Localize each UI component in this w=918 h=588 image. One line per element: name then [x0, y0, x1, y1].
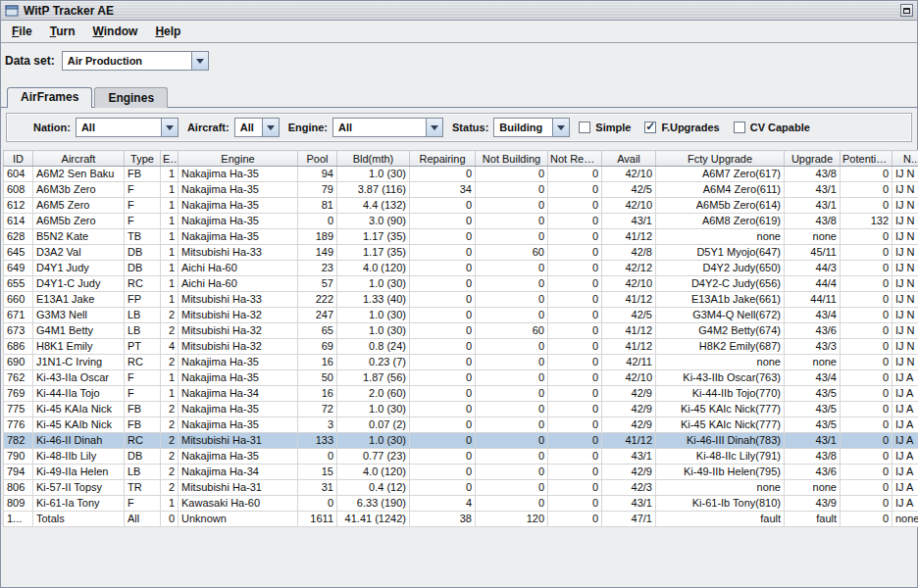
- table-cell[interactable]: Nakajima Ha-35: [178, 417, 298, 433]
- table-cell[interactable]: none: [785, 355, 841, 370]
- table-cell[interactable]: 1: [161, 182, 178, 198]
- table-cell[interactable]: 0: [298, 449, 337, 465]
- table-cell[interactable]: 0: [410, 261, 476, 276]
- table-cell[interactable]: IJ A: [892, 386, 918, 402]
- table-cell[interactable]: 149: [298, 245, 337, 261]
- table-cell[interactable]: 0: [841, 402, 892, 417]
- table-cell[interactable]: 686: [4, 339, 33, 355]
- table-cell[interactable]: IJ N: [892, 167, 918, 182]
- table-row[interactable]: 645D3A2 ValDB1Mitsubishi Ha-331491.17 (3…: [4, 245, 918, 261]
- table-cell[interactable]: LB: [125, 323, 161, 339]
- table-cell[interactable]: 42/12: [602, 261, 656, 276]
- table-cell[interactable]: 0: [410, 292, 476, 308]
- table-cell[interactable]: 0: [410, 386, 476, 402]
- table-cell[interactable]: 94: [298, 167, 337, 182]
- column-header[interactable]: Fcty Upgrade: [656, 151, 785, 167]
- table-cell[interactable]: none: [785, 229, 841, 245]
- table-cell[interactable]: TB: [125, 229, 161, 245]
- table-row[interactable]: 776Ki-45 KAIb NickFB2Nakajima Ha-3530.07…: [4, 417, 918, 433]
- table-cell[interactable]: FB: [125, 167, 161, 182]
- table-row[interactable]: 604A6M2 Sen BakuFB1Nakajima Ha-35941.0 (…: [4, 167, 918, 182]
- table-cell[interactable]: IJ N: [892, 308, 918, 323]
- table-row[interactable]: 612A6M5 ZeroF1Nakajima Ha-35814.4 (132)0…: [4, 198, 918, 214]
- table-cell[interactable]: 43/5: [785, 417, 841, 433]
- table-cell[interactable]: 0: [476, 276, 548, 292]
- table-cell[interactable]: 43/3: [785, 339, 841, 355]
- table-cell[interactable]: IJ N: [892, 355, 918, 370]
- table-cell[interactable]: 1.17 (35): [337, 229, 410, 245]
- table-cell[interactable]: 0: [476, 402, 548, 417]
- table-cell[interactable]: 43/1: [785, 198, 841, 214]
- table-cell[interactable]: 15: [298, 465, 337, 480]
- table-cell[interactable]: 0: [476, 229, 548, 245]
- table-cell[interactable]: Ki-45 KAIc Nick(777): [656, 402, 785, 417]
- table-cell[interactable]: FB: [125, 417, 161, 433]
- table-cell[interactable]: 1: [161, 198, 178, 214]
- table-cell[interactable]: IJ A: [892, 496, 918, 512]
- table-cell[interactable]: 42/8: [602, 245, 656, 261]
- table-cell[interactable]: 794: [4, 465, 33, 480]
- table-cell[interactable]: PT: [125, 339, 161, 355]
- table-cell[interactable]: Nakajima Ha-35: [178, 355, 298, 370]
- table-cell[interactable]: Nakajima Ha-35: [178, 198, 298, 214]
- table-cell[interactable]: Nakajima Ha-35: [178, 449, 298, 465]
- table-cell[interactable]: 1.33 (40): [337, 292, 410, 308]
- table-cell[interactable]: 2: [161, 308, 178, 323]
- table-cell[interactable]: E13A1b Jake(661): [656, 292, 785, 308]
- menu-file[interactable]: File: [3, 22, 41, 41]
- table-cell[interactable]: 0: [476, 292, 548, 308]
- table-cell[interactable]: 43/8: [785, 214, 841, 229]
- table-cell[interactable]: 42/9: [602, 386, 656, 402]
- table-cell[interactable]: 0: [410, 402, 476, 417]
- table-cell[interactable]: 43/8: [785, 449, 841, 465]
- table-cell[interactable]: 132: [841, 214, 892, 229]
- table-cell[interactable]: 41/12: [602, 339, 656, 355]
- table-cell[interactable]: 0: [410, 276, 476, 292]
- table-cell[interactable]: G4M1 Betty: [33, 323, 125, 339]
- table-row[interactable]: 655D4Y1-C JudyRC1Aichi Ha-60571.0 (30)00…: [4, 276, 918, 292]
- table-cell[interactable]: 0: [476, 355, 548, 370]
- table-cell[interactable]: Ki-43-IIa Oscar: [33, 370, 125, 386]
- table-cell[interactable]: 0.4 (12): [337, 480, 410, 496]
- table-row[interactable]: 614A6M5b ZeroF1Nakajima Ha-3503.0 (90)00…: [4, 214, 918, 229]
- table-cell[interactable]: 2: [161, 323, 178, 339]
- table-cell[interactable]: 0: [410, 323, 476, 339]
- table-cell[interactable]: 0: [410, 433, 476, 449]
- table-cell[interactable]: 0: [841, 433, 892, 449]
- table-cell[interactable]: IJ N: [892, 292, 918, 308]
- table-cell[interactable]: 0: [298, 214, 337, 229]
- checkbox-fupgrades[interactable]: F.Upgrades: [644, 122, 719, 133]
- table-cell[interactable]: 0: [841, 261, 892, 276]
- table-cell[interactable]: 0: [410, 417, 476, 433]
- table-row[interactable]: 649D4Y1 JudyDB1Aichi Ha-60234.0 (120)000…: [4, 261, 918, 276]
- table-cell[interactable]: 0: [548, 261, 602, 276]
- table-cell[interactable]: 0: [410, 480, 476, 496]
- table-cell[interactable]: Ki-45 KAIa Nick: [33, 402, 125, 417]
- table-cell[interactable]: IJ N: [892, 276, 918, 292]
- table-cell[interactable]: 81: [298, 198, 337, 214]
- table-cell[interactable]: 0: [548, 496, 602, 512]
- table-cell[interactable]: 42/5: [602, 182, 656, 198]
- table-cell[interactable]: 50: [298, 370, 337, 386]
- table-cell[interactable]: Ki-46-II Dinah: [33, 433, 125, 449]
- table-cell[interactable]: Aichi Ha-60: [178, 276, 298, 292]
- table-cell[interactable]: 1: [161, 292, 178, 308]
- table-cell[interactable]: 1: [161, 496, 178, 512]
- table-cell[interactable]: 42/9: [602, 402, 656, 417]
- nation-combo[interactable]: All: [76, 118, 178, 137]
- table-cell[interactable]: 0: [476, 465, 548, 480]
- table-cell[interactable]: 0: [841, 417, 892, 433]
- table-cell[interactable]: G4M2 Betty(674): [656, 323, 785, 339]
- table-cell[interactable]: Ki-61-Ib Tony(810): [656, 496, 785, 512]
- table-cell[interactable]: A6M4 Zero(611): [656, 182, 785, 198]
- table-cell[interactable]: 0: [476, 167, 548, 182]
- table-cell[interactable]: 42/3: [602, 480, 656, 496]
- table-cell[interactable]: 41.41 (1242): [337, 512, 410, 527]
- table-cell[interactable]: 43/8: [785, 167, 841, 182]
- menu-turn[interactable]: Turn: [41, 22, 84, 41]
- table-row[interactable]: 686H8K1 EmilyPT4Mitsubishi Ha-32690.8 (2…: [4, 339, 918, 355]
- table-cell[interactable]: 0: [841, 182, 892, 198]
- table-cell[interactable]: 0: [476, 417, 548, 433]
- table-cell[interactable]: 1: [161, 245, 178, 261]
- table-cell[interactable]: Mitsubishi Ha-31: [178, 480, 298, 496]
